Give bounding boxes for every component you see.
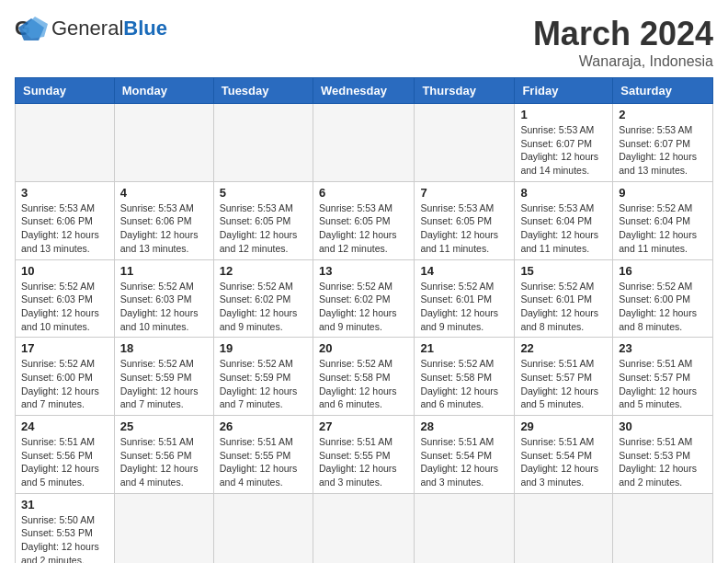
calendar-cell: 23Sunrise: 5:51 AM Sunset: 5:57 PM Dayli… [613, 338, 713, 416]
day-number: 14 [420, 264, 508, 278]
day-info: Sunrise: 5:53 AM Sunset: 6:07 PM Dayligh… [520, 123, 607, 178]
calendar-cell: 8Sunrise: 5:53 AM Sunset: 6:04 PM Daylig… [515, 181, 613, 259]
calendar-cell [313, 493, 414, 563]
day-number: 25 [120, 419, 208, 433]
day-info: Sunrise: 5:51 AM Sunset: 5:54 PM Dayligh… [420, 435, 508, 489]
calendar-cell [213, 493, 313, 563]
logo-icon: G [15, 15, 48, 42]
day-info: Sunrise: 5:51 AM Sunset: 5:57 PM Dayligh… [619, 357, 707, 411]
weekday-header-wednesday: Wednesday [313, 78, 414, 104]
day-number: 6 [319, 186, 408, 200]
calendar-cell: 17Sunrise: 5:52 AM Sunset: 6:00 PM Dayli… [16, 338, 115, 416]
calendar-cell: 27Sunrise: 5:51 AM Sunset: 5:55 PM Dayli… [313, 416, 414, 494]
logo-text: GeneralBlue [51, 17, 167, 40]
calendar-cell: 16Sunrise: 5:52 AM Sunset: 6:00 PM Dayli… [613, 259, 713, 338]
day-info: Sunrise: 5:53 AM Sunset: 6:04 PM Dayligh… [520, 201, 607, 256]
day-number: 5 [220, 186, 307, 200]
calendar-cell [114, 104, 213, 182]
calendar-cell: 2Sunrise: 5:53 AM Sunset: 6:07 PM Daylig… [613, 104, 713, 182]
week-row-1: 1Sunrise: 5:53 AM Sunset: 6:07 PM Daylig… [16, 104, 713, 182]
calendar-cell [613, 493, 713, 563]
calendar-cell: 25Sunrise: 5:51 AM Sunset: 5:56 PM Dayli… [114, 416, 213, 494]
day-info: Sunrise: 5:52 AM Sunset: 6:02 PM Dayligh… [319, 280, 408, 334]
calendar-cell: 28Sunrise: 5:51 AM Sunset: 5:54 PM Dayli… [415, 416, 515, 494]
calendar-cell: 19Sunrise: 5:52 AM Sunset: 5:59 PM Dayli… [213, 338, 313, 416]
day-number: 7 [420, 186, 508, 200]
day-info: Sunrise: 5:52 AM Sunset: 5:59 PM Dayligh… [120, 357, 208, 411]
weekday-header-friday: Friday [515, 78, 613, 104]
calendar-cell [16, 104, 115, 182]
calendar-cell [515, 493, 613, 563]
calendar-cell: 15Sunrise: 5:52 AM Sunset: 6:01 PM Dayli… [515, 259, 613, 338]
day-info: Sunrise: 5:51 AM Sunset: 5:57 PM Dayligh… [520, 357, 607, 411]
calendar-cell: 5Sunrise: 5:53 AM Sunset: 6:05 PM Daylig… [213, 181, 313, 259]
day-info: Sunrise: 5:53 AM Sunset: 6:07 PM Dayligh… [619, 123, 707, 178]
day-info: Sunrise: 5:53 AM Sunset: 6:06 PM Dayligh… [120, 201, 208, 256]
day-number: 17 [21, 341, 108, 355]
day-info: Sunrise: 5:51 AM Sunset: 5:53 PM Dayligh… [619, 435, 707, 489]
day-number: 19 [220, 341, 307, 355]
weekday-header-sunday: Sunday [16, 78, 115, 104]
calendar-cell [213, 104, 313, 182]
page-header: G GeneralBlue March 2024 Wanaraja, Indon… [15, 15, 713, 70]
day-number: 21 [420, 341, 508, 355]
day-info: Sunrise: 5:53 AM Sunset: 6:05 PM Dayligh… [420, 201, 508, 256]
day-info: Sunrise: 5:52 AM Sunset: 6:03 PM Dayligh… [120, 280, 208, 334]
day-number: 28 [420, 419, 508, 433]
weekday-header-thursday: Thursday [415, 78, 515, 104]
title-section: March 2024 Wanaraja, Indonesia [533, 15, 713, 70]
weekday-header-tuesday: Tuesday [213, 78, 313, 104]
calendar-cell: 9Sunrise: 5:52 AM Sunset: 6:04 PM Daylig… [613, 181, 713, 259]
day-info: Sunrise: 5:52 AM Sunset: 6:02 PM Dayligh… [220, 280, 307, 334]
calendar-cell: 6Sunrise: 5:53 AM Sunset: 6:05 PM Daylig… [313, 181, 414, 259]
day-number: 20 [319, 341, 408, 355]
week-row-3: 10Sunrise: 5:52 AM Sunset: 6:03 PM Dayli… [16, 259, 713, 338]
day-number: 16 [619, 264, 707, 278]
calendar-cell: 3Sunrise: 5:53 AM Sunset: 6:06 PM Daylig… [16, 181, 115, 259]
week-row-6: 31Sunrise: 5:50 AM Sunset: 5:53 PM Dayli… [16, 493, 713, 563]
calendar-cell [313, 104, 414, 182]
calendar-cell: 1Sunrise: 5:53 AM Sunset: 6:07 PM Daylig… [515, 104, 613, 182]
day-number: 4 [120, 186, 208, 200]
day-info: Sunrise: 5:53 AM Sunset: 6:05 PM Dayligh… [319, 201, 408, 256]
calendar-table: SundayMondayTuesdayWednesdayThursdayFrid… [15, 77, 713, 563]
logo: G GeneralBlue [15, 15, 167, 42]
day-info: Sunrise: 5:52 AM Sunset: 6:00 PM Dayligh… [21, 357, 108, 411]
calendar-cell: 26Sunrise: 5:51 AM Sunset: 5:55 PM Dayli… [213, 416, 313, 494]
day-number: 10 [21, 264, 108, 278]
calendar-cell [114, 493, 213, 563]
day-info: Sunrise: 5:53 AM Sunset: 6:05 PM Dayligh… [220, 201, 307, 256]
week-row-5: 24Sunrise: 5:51 AM Sunset: 5:56 PM Dayli… [16, 416, 713, 494]
day-number: 18 [120, 341, 208, 355]
day-info: Sunrise: 5:51 AM Sunset: 5:56 PM Dayligh… [21, 435, 108, 489]
day-number: 3 [21, 186, 108, 200]
day-number: 8 [520, 186, 607, 200]
day-number: 1 [520, 108, 607, 121]
day-number: 12 [220, 264, 307, 278]
day-number: 13 [319, 264, 408, 278]
calendar-cell: 20Sunrise: 5:52 AM Sunset: 5:58 PM Dayli… [313, 338, 414, 416]
day-number: 15 [520, 264, 607, 278]
weekday-header-saturday: Saturday [613, 78, 713, 104]
day-info: Sunrise: 5:51 AM Sunset: 5:55 PM Dayligh… [220, 435, 307, 489]
calendar-cell: 21Sunrise: 5:52 AM Sunset: 5:58 PM Dayli… [415, 338, 515, 416]
calendar-cell [415, 104, 515, 182]
day-number: 22 [520, 341, 607, 355]
calendar-cell: 18Sunrise: 5:52 AM Sunset: 5:59 PM Dayli… [114, 338, 213, 416]
calendar-cell: 10Sunrise: 5:52 AM Sunset: 6:03 PM Dayli… [16, 259, 115, 338]
week-row-4: 17Sunrise: 5:52 AM Sunset: 6:00 PM Dayli… [16, 338, 713, 416]
day-number: 27 [319, 419, 408, 433]
calendar-cell: 31Sunrise: 5:50 AM Sunset: 5:53 PM Dayli… [16, 493, 115, 563]
calendar-cell: 13Sunrise: 5:52 AM Sunset: 6:02 PM Dayli… [313, 259, 414, 338]
day-info: Sunrise: 5:52 AM Sunset: 6:03 PM Dayligh… [21, 280, 108, 334]
month-title: March 2024 [533, 15, 713, 53]
day-number: 23 [619, 341, 707, 355]
week-row-2: 3Sunrise: 5:53 AM Sunset: 6:06 PM Daylig… [16, 181, 713, 259]
calendar-cell: 7Sunrise: 5:53 AM Sunset: 6:05 PM Daylig… [415, 181, 515, 259]
day-info: Sunrise: 5:51 AM Sunset: 5:55 PM Dayligh… [319, 435, 408, 489]
day-info: Sunrise: 5:51 AM Sunset: 5:56 PM Dayligh… [120, 435, 208, 489]
day-info: Sunrise: 5:52 AM Sunset: 5:58 PM Dayligh… [319, 357, 408, 411]
day-info: Sunrise: 5:51 AM Sunset: 5:54 PM Dayligh… [520, 435, 607, 489]
day-info: Sunrise: 5:52 AM Sunset: 5:58 PM Dayligh… [420, 357, 508, 411]
day-number: 2 [619, 108, 707, 121]
